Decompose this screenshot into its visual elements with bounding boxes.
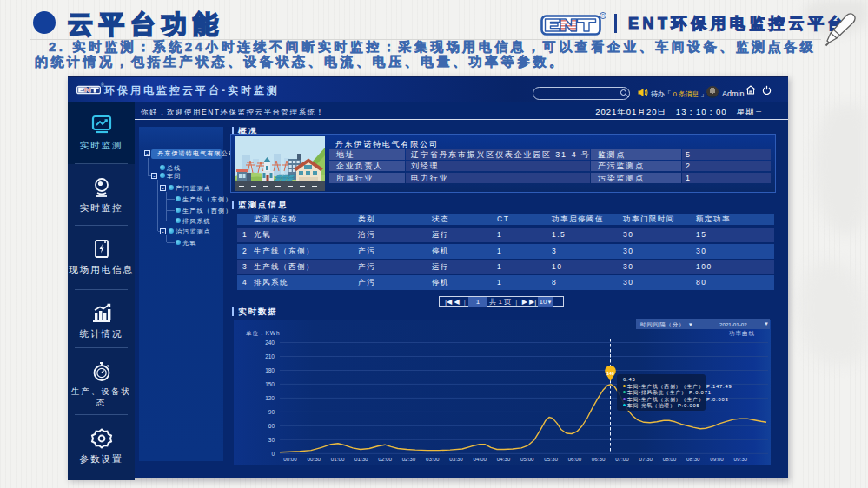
svg-text:05:30: 05:30 (544, 456, 558, 462)
svg-text:00:00: 00:00 (283, 456, 297, 462)
svg-text:03:00: 03:00 (426, 456, 440, 462)
svg-text:09:30: 09:30 (734, 456, 748, 462)
svg-text:07:00: 07:00 (615, 456, 629, 462)
svg-text:01:30: 01:30 (354, 456, 368, 462)
svg-text:08:30: 08:30 (686, 456, 700, 462)
svg-text:04:00: 04:00 (473, 456, 487, 462)
svg-text:90: 90 (268, 409, 275, 415)
svg-text:09:00: 09:00 (710, 456, 724, 462)
svg-text:07:30: 07:30 (639, 456, 653, 462)
svg-text:03:30: 03:30 (449, 456, 463, 462)
svg-text:06:30: 06:30 (592, 456, 606, 462)
svg-text:120: 120 (265, 395, 275, 401)
svg-text:210: 210 (265, 353, 275, 359)
svg-text:180: 180 (265, 367, 275, 373)
svg-text:02:30: 02:30 (402, 456, 416, 462)
svg-text:06:00: 06:00 (568, 456, 582, 462)
svg-text:08:00: 08:00 (663, 456, 677, 462)
svg-text:60: 60 (268, 423, 275, 429)
svg-text:02:00: 02:00 (378, 456, 392, 462)
svg-text:0: 0 (271, 451, 275, 457)
svg-text:04:30: 04:30 (497, 456, 511, 462)
svg-text:150: 150 (265, 381, 275, 387)
svg-text:140: 140 (606, 371, 614, 376)
svg-text:30: 30 (268, 437, 275, 443)
svg-text:00:30: 00:30 (308, 456, 321, 462)
svg-text:05:00: 05:00 (520, 456, 534, 462)
svg-text:01:00: 01:00 (331, 456, 345, 462)
svg-text:240: 240 (265, 340, 275, 346)
